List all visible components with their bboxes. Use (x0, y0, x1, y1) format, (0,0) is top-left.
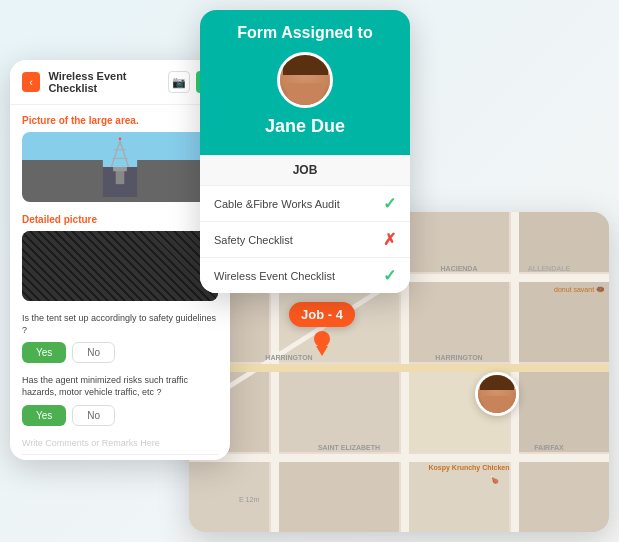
assigned-card: Form Assigned to Jane Due JOB Cable &Fib… (200, 10, 410, 293)
form-question-2-section: Has the agent minimized risks such traff… (22, 375, 218, 425)
svg-rect-8 (519, 282, 609, 362)
q2-no-button[interactable]: No (72, 405, 115, 426)
q2-yes-button[interactable]: Yes (22, 405, 66, 426)
svg-text:HARRINGTON: HARRINGTON (435, 354, 482, 361)
svg-text:FAIRFAX: FAIRFAX (534, 444, 564, 451)
svg-text:Kospy Krunchy Chicken: Kospy Krunchy Chicken (429, 464, 510, 472)
job-row-1-label: Cable &Fibre Works Audit (214, 198, 340, 210)
job-row-2-status: ✗ (383, 230, 396, 249)
q1-yes-button[interactable]: Yes (22, 342, 66, 363)
svg-text:E 12m: E 12m (239, 496, 259, 503)
back-button[interactable]: ‹ (22, 72, 40, 92)
job-row-3: Wireless Event Checklist ✓ (200, 258, 410, 293)
wires-image (22, 231, 218, 301)
job-row-1: Cable &Fibre Works Audit ✓ (200, 186, 410, 222)
question1-buttons: Yes No (22, 342, 218, 363)
svg-rect-48 (113, 167, 127, 171)
camera-icon-btn[interactable]: 📷 (168, 71, 190, 93)
form-section-2: Detailed picture (22, 214, 218, 301)
question2-buttons: Yes No (22, 405, 218, 426)
job-table-header: JOB (200, 155, 410, 186)
svg-text:donut savant 🍩: donut savant 🍩 (554, 285, 605, 294)
svg-text:SAINT ELIZABETH: SAINT ELIZABETH (318, 444, 380, 451)
form-section-1: Picture of the large area. (22, 115, 218, 202)
tower-image (22, 132, 218, 202)
job-row-1-status: ✓ (383, 194, 396, 213)
svg-point-46 (119, 137, 122, 140)
job-marker: Job - 4 (289, 302, 355, 356)
assigned-avatar (277, 52, 333, 108)
svg-rect-20 (189, 454, 609, 462)
svg-rect-26 (189, 364, 609, 372)
q1-no-button[interactable]: No (72, 342, 115, 363)
svg-rect-15 (409, 462, 509, 532)
svg-text:ALLENDALE: ALLENDALE (528, 265, 571, 272)
form-question-1: Is the tent set up accordingly to safety… (22, 313, 218, 336)
svg-rect-7 (409, 282, 509, 362)
job-row-3-status: ✓ (383, 266, 396, 285)
form-title: Wireless Event Checklist (48, 70, 168, 94)
section2-label: Detailed picture (22, 214, 218, 225)
job-row-3-label: Wireless Event Checklist (214, 270, 335, 282)
form-body: Picture of the large area. (10, 105, 230, 460)
section1-label: Picture of the large area. (22, 115, 218, 126)
form-back: ‹ Wireless Event Checklist (22, 70, 168, 94)
assigned-header: Form Assigned to Jane Due (200, 10, 410, 155)
assigned-title: Form Assigned to (216, 24, 394, 42)
form-remarks: Write Comments or Remarks Here (22, 438, 218, 455)
form-question-2: Has the agent minimized risks such traff… (22, 375, 218, 398)
job-bubble: Job - 4 (289, 302, 355, 327)
svg-rect-10 (279, 372, 399, 452)
form-question-1-section: Is the tent set up accordingly to safety… (22, 313, 218, 363)
form-header: ‹ Wireless Event Checklist 📷 ✓ (10, 60, 230, 105)
form-card: ‹ Wireless Event Checklist 📷 ✓ Picture o… (10, 60, 230, 460)
map-avatar (475, 372, 519, 416)
svg-rect-4 (519, 212, 609, 272)
svg-text:🍗: 🍗 (489, 474, 499, 484)
job-row-2-label: Safety Checklist (214, 234, 293, 246)
svg-rect-3 (409, 212, 509, 272)
svg-rect-16 (519, 462, 609, 532)
svg-rect-12 (519, 372, 609, 452)
job-row-2: Safety Checklist ✗ (200, 222, 410, 258)
assigned-name: Jane Due (216, 116, 394, 137)
svg-text:HACIENDA: HACIENDA (441, 265, 478, 272)
assigned-body: JOB Cable &Fibre Works Audit ✓ Safety Ch… (200, 155, 410, 293)
svg-rect-14 (279, 462, 399, 532)
